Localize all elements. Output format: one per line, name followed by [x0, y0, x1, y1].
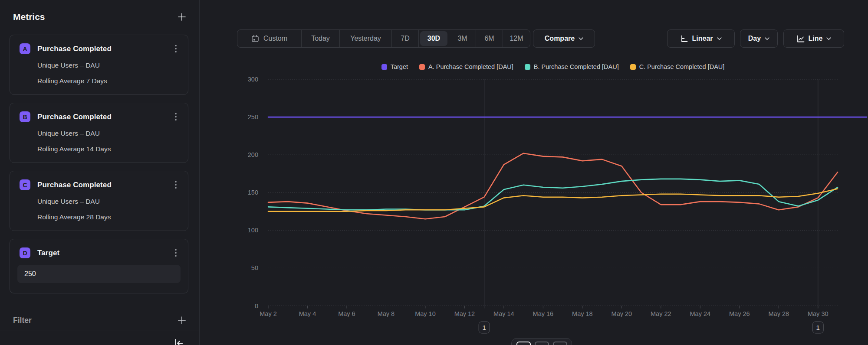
metric-title: Purchase Completed: [37, 113, 173, 121]
y-axis-label: 250: [248, 114, 258, 120]
x-axis-label: May 6: [338, 310, 355, 317]
range-option-12m[interactable]: 12M: [503, 30, 530, 47]
metric-rolling-average: Rolling Average 28 Days: [37, 213, 179, 221]
compare-label: Compare: [545, 35, 575, 42]
metric-card[interactable]: B Purchase Completed Unique Users – DAU …: [10, 103, 188, 163]
sidebar-title: Metrics: [13, 12, 45, 22]
x-axis-label: May 16: [533, 310, 554, 317]
y-axis-label: 300: [248, 76, 258, 83]
scale-button[interactable]: Linear: [667, 29, 735, 48]
range-option-6m[interactable]: 6M: [476, 30, 503, 47]
view-option-3-icon[interactable]: [553, 342, 567, 345]
metric-card-list: A Purchase Completed Unique Users – DAU …: [10, 35, 188, 293]
metric-badge: A: [20, 43, 30, 54]
x-axis-label: May 30: [808, 310, 829, 317]
series-line-1[interactable]: [268, 153, 838, 219]
x-axis-label: May 18: [572, 310, 593, 317]
filter-label: Filter: [13, 316, 32, 325]
chart-type-button[interactable]: Line: [783, 29, 844, 48]
metric-title: Purchase Completed: [37, 45, 173, 53]
scale-label: Linear: [692, 35, 713, 42]
y-axis-label: 100: [248, 227, 258, 234]
metric-measure: Unique Users – DAU: [37, 129, 179, 138]
chevron-down-icon: [826, 37, 831, 40]
metric-title: Purchase Completed: [37, 181, 173, 189]
add-metric-button[interactable]: [176, 11, 187, 23]
metric-badge: B: [20, 111, 30, 122]
chevron-down-icon: [717, 37, 722, 40]
metric-measure: Unique Users – DAU: [37, 61, 179, 70]
annotation-chip[interactable]: 1: [479, 322, 490, 333]
sidebar-header: Metrics: [13, 11, 187, 23]
annotation-chip-label: 1: [816, 324, 820, 331]
series-line-3[interactable]: [268, 189, 838, 212]
interval-button[interactable]: Day: [740, 29, 778, 48]
y-axis-label: 50: [251, 264, 258, 271]
metric-rolling-average: Rolling Average 14 Days: [37, 145, 179, 153]
metric-card[interactable]: C Purchase Completed Unique Users – DAU …: [10, 171, 188, 231]
interval-label: Day: [748, 35, 761, 42]
x-axis-label: May 2: [260, 310, 277, 317]
metric-card[interactable]: A Purchase Completed Unique Users – DAU …: [10, 35, 188, 95]
add-filter-button[interactable]: [176, 315, 187, 326]
view-switcher: [511, 338, 572, 345]
metric-rolling-average: Rolling Average 7 Days: [37, 77, 179, 85]
chevron-down-icon: [579, 37, 583, 40]
annotation-chip-label: 1: [482, 324, 486, 331]
plus-icon: [177, 316, 187, 325]
x-axis-label: May 24: [690, 310, 711, 317]
x-axis-label: May 10: [415, 310, 436, 317]
calendar-icon: [251, 35, 259, 42]
range-option-7d[interactable]: 7D: [392, 30, 419, 47]
kebab-menu-icon[interactable]: [173, 44, 179, 54]
y-axis-label: 0: [255, 303, 258, 309]
chart-type-label: Line: [809, 35, 823, 42]
range-option-yesterday[interactable]: Yesterday: [340, 30, 392, 47]
kebab-menu-icon[interactable]: [173, 112, 179, 122]
x-axis-label: May 14: [493, 310, 514, 317]
kebab-menu-icon[interactable]: [173, 248, 179, 258]
date-range-segmented-control: CustomTodayYesterday7D30D3M6M12M: [237, 29, 530, 48]
filter-section: Filter: [13, 315, 187, 326]
collapse-sidebar-button[interactable]: [173, 337, 185, 345]
x-axis-label: May 28: [768, 310, 789, 317]
x-axis-label: May 4: [299, 310, 316, 317]
series-line-2[interactable]: [268, 179, 838, 210]
x-axis-label: May 26: [729, 310, 750, 317]
range-option-today[interactable]: Today: [302, 30, 340, 47]
x-axis-label: May 20: [612, 310, 632, 317]
x-axis-label: May 12: [454, 310, 475, 317]
axis-linear-icon: [680, 35, 688, 42]
target-value-input[interactable]: [17, 265, 181, 283]
y-axis-label: 150: [248, 189, 258, 196]
line-chart[interactable]: 050100150200250300May 2May 4May 6May 8Ma…: [200, 56, 868, 345]
metric-badge: C: [20, 179, 30, 190]
target-card[interactable]: D Target: [10, 239, 188, 293]
y-axis-label: 200: [248, 151, 258, 158]
range-option-3m[interactable]: 3M: [449, 30, 476, 47]
x-axis-label: May 22: [651, 310, 671, 317]
view-option-1-icon[interactable]: [516, 342, 531, 345]
range-option-custom[interactable]: Custom: [237, 30, 302, 47]
metrics-sidebar: Metrics A Purchase Completed Unique User…: [0, 0, 200, 345]
sidebar-divider: [0, 331, 200, 331]
metric-badge: D: [20, 247, 30, 258]
view-option-2-icon[interactable]: [535, 342, 549, 345]
line-chart-icon: [796, 35, 805, 42]
plus-icon: [177, 12, 187, 22]
compare-button[interactable]: Compare: [533, 29, 595, 48]
collapse-left-icon: [173, 337, 185, 345]
kebab-menu-icon[interactable]: [173, 180, 179, 190]
x-axis-label: May 8: [378, 310, 395, 317]
range-option-30d[interactable]: 30D: [419, 30, 449, 47]
metric-measure: Unique Users – DAU: [37, 197, 179, 206]
chevron-down-icon: [765, 37, 769, 40]
annotation-chip[interactable]: 1: [812, 322, 823, 333]
metric-title: Target: [37, 249, 173, 257]
